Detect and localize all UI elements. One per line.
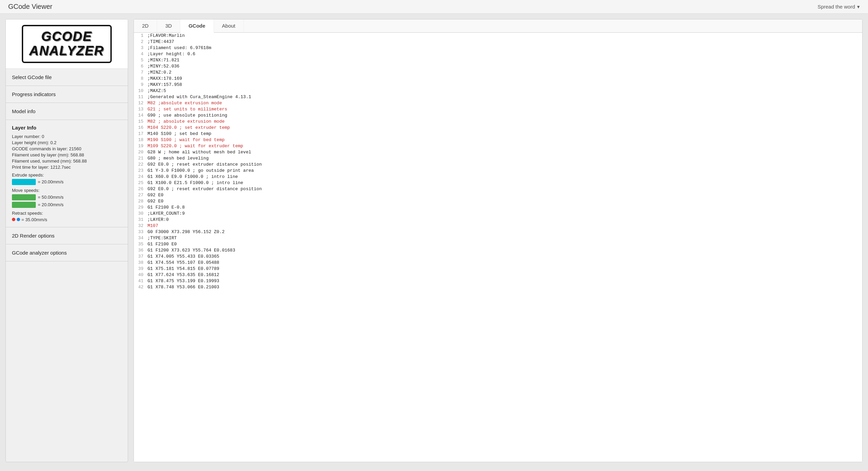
gcode-commands: GCODE commands in layer: 21560 [12,146,122,151]
extrude-speed-bar-cyan [12,179,36,185]
tab-gcode[interactable]: GCode [180,19,214,33]
content-area: 2D 3D GCode About 1;FLAVOR:Marlin2;TIME:… [134,19,863,462]
code-line: 24G1 X60.0 E9.0 F1000.0 ; intro line [134,174,862,180]
tabs: 2D 3D GCode About [134,19,862,33]
code-line: 10;MAXZ:5 [134,88,862,94]
code-line: 27G92 E0 [134,192,862,198]
line-number: 32 [134,223,148,229]
line-content: G90 ; use absolute positioning [148,113,227,118]
code-line: 42G1 X78.748 Y53.066 E0.21003 [134,284,862,290]
retract-speed-row-0: = 35.00mm/s [12,217,122,222]
code-line: 19M109 S220.0 ; wait for extruder temp [134,143,862,149]
print-time: Print time for layer: 1212.7sec [12,165,122,170]
code-line: 38G1 X74.554 Y55.107 E0.05488 [134,260,862,266]
line-number: 12 [134,101,148,106]
line-content: G1 X74.005 Y55.433 E0.03365 [148,254,219,259]
code-line: 16M104 S220.0 ; set extruder temp [134,125,862,131]
line-content: M104 S220.0 ; set extruder temp [148,125,230,131]
line-content: ;Generated with Cura_SteamEngine 4.13.1 [148,94,251,100]
code-area[interactable]: 1;FLAVOR:Marlin2;TIME:44373;Filament use… [134,33,862,462]
line-content: G1 F1200 X73.623 Y55.764 E0.01683 [148,248,235,253]
top-bar: GCode Viewer Spread the word ▾ [0,0,868,14]
sidebar-item-select-gcode[interactable]: Select GCode file [6,69,128,86]
code-line: 12M82 ;absolute extrusion mode [134,100,862,106]
line-content: M140 S100 ; set bed temp [148,131,211,137]
line-content: G1 X77.624 Y53.635 E0.16812 [148,272,219,278]
code-line: 6;MINY:52.036 [134,63,862,70]
move-speed-bar-green-0 [12,194,36,200]
sidebar-item-model-info[interactable]: Model info [6,103,128,120]
line-number: 13 [134,107,148,112]
tab-2d[interactable]: 2D [134,19,157,32]
line-content: G92 E0 [148,199,164,204]
line-number: 20 [134,150,148,155]
line-content: ;MINZ:0.2 [148,70,171,75]
code-line: 22G92 E0.0 ; reset extruder distance pos… [134,162,862,168]
code-line: 35G1 F2100 E0 [134,241,862,247]
sidebar: GCODEANALYZER Select GCode file Progress… [5,19,128,462]
retract-speed-text-0: = 35.00mm/s [21,217,47,222]
line-content: G0 F3000 X73.298 Y56.152 Z0.2 [148,229,224,235]
line-number: 37 [134,254,148,259]
code-line: 1;FLAVOR:Marlin [134,33,862,39]
line-content: ;FLAVOR:Marlin [148,33,185,39]
code-line: 40G1 X77.624 Y53.635 E0.16812 [134,272,862,278]
line-number: 26 [134,186,148,192]
line-number: 25 [134,180,148,186]
line-number: 31 [134,217,148,223]
line-number: 17 [134,131,148,137]
tab-3d[interactable]: 3D [157,19,180,32]
move-speeds-label: Move speeds: [12,188,122,193]
sidebar-item-progress-indicators[interactable]: Progress indicators [6,86,128,103]
line-number: 10 [134,88,148,94]
line-content: ;MAXY:157.958 [148,82,182,88]
line-content: G92 E0.0 ; reset extruder distance posit… [148,162,262,167]
line-number: 3 [134,45,148,51]
line-number: 11 [134,94,148,100]
line-content: ;LAYER_COUNT:9 [148,211,185,216]
code-line: 21G80 ; mesh bed leveling [134,155,862,162]
main-layout: GCODEANALYZER Select GCode file Progress… [0,14,868,468]
line-number: 2 [134,39,148,45]
code-line: 34;TYPE:SKIRT [134,235,862,241]
sidebar-item-gcode-analyzer[interactable]: GCode analyzer options [6,244,128,261]
line-content: G1 F2100 E0 [148,242,177,247]
line-content: G1 X78.475 Y53.199 E0.19993 [148,278,219,284]
line-number: 6 [134,64,148,69]
sidebar-item-2d-render[interactable]: 2D Render options [6,227,128,244]
move-speed-bar-green-1 [12,202,36,208]
logo: GCODEANALYZER [22,25,112,63]
line-content: ;TIME:4437 [148,39,174,45]
tab-about[interactable]: About [214,19,244,32]
line-number: 29 [134,205,148,210]
extrude-speed-text-0: = 20.00mm/s [38,179,64,184]
line-number: 7 [134,70,148,75]
line-number: 27 [134,193,148,198]
line-number: 23 [134,168,148,173]
line-number: 4 [134,51,148,57]
code-line: 25G1 X100.0 E21.5 F1000.0 ; intro line [134,180,862,186]
code-line: 9;MAXY:157.958 [134,82,862,88]
retract-dot-red [12,218,15,221]
code-line: 30;LAYER_COUNT:9 [134,211,862,217]
code-line: 7;MINZ:0.2 [134,70,862,76]
line-content: G21 ; set units to millimeters [148,107,227,112]
line-content: M109 S220.0 ; wait for extruder temp [148,143,243,149]
code-line: 31;LAYER:0 [134,217,862,223]
line-number: 22 [134,162,148,167]
layer-number: Layer number: 0 [12,134,122,139]
line-number: 38 [134,260,148,265]
code-line: 8;MAXX:178.169 [134,76,862,82]
spread-word-button[interactable]: Spread the word ▾ [818,4,860,10]
line-content: M107 [148,223,158,229]
line-content: G80 ; mesh bed leveling [148,156,208,161]
move-speed-row-1: = 20.00mm/s [12,202,122,208]
code-line: 17M140 S100 ; set bed temp [134,131,862,137]
layer-height: Layer height (mm): 0.2 [12,140,122,145]
move-speeds-block: Move speeds: = 50.00mm/s = 20.00mm/s [12,188,122,208]
line-content: M190 S100 ; wait for bed temp [148,137,224,143]
extrude-speeds-block: Extrude speeds: = 20.00mm/s [12,172,122,185]
code-line: 39G1 X75.181 Y54.815 E0.07789 [134,266,862,272]
code-line: 36G1 F1200 X73.623 Y55.764 E0.01683 [134,247,862,254]
line-number: 8 [134,76,148,81]
